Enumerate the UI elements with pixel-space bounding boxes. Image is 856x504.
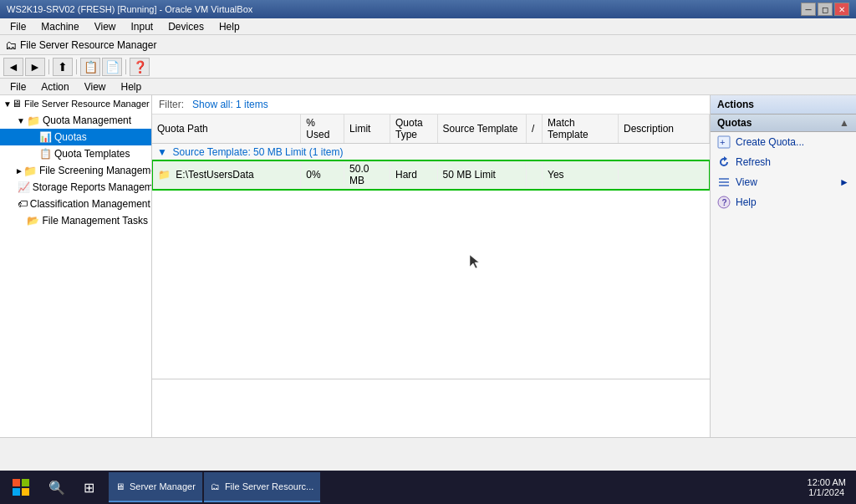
menu-view[interactable]: View	[88, 19, 123, 34]
inner-menu-view[interactable]: View	[78, 79, 113, 94]
storage-reports-icon: 📈	[18, 181, 30, 194]
taskbar-apps: 🖥 Server Manager 🗂 File Server Resourc..…	[105, 472, 797, 502]
taskbar-app-server-manager[interactable]: 🖥 Server Manager	[109, 472, 202, 502]
quota-templates-icon: 📋	[38, 147, 52, 160]
actions-header-label: Actions	[717, 99, 754, 110]
cell-quota-path: 📁 E:\TestUsersData	[152, 160, 301, 190]
minimize-button[interactable]: ─	[801, 3, 816, 16]
group-label: Source Template: 50 MB Limit (1 item)	[173, 146, 344, 158]
col-header-quota-path[interactable]: Quota Path	[152, 115, 301, 144]
back-button[interactable]: ◄	[3, 58, 23, 76]
col-header-description[interactable]: Description	[618, 115, 709, 144]
svg-rect-9	[22, 479, 29, 486]
sidebar-item-quota-management[interactable]: ▼ 📁 Quota Management	[0, 112, 151, 129]
menu-devices[interactable]: Devices	[161, 19, 211, 34]
taskbar-search-button[interactable]: 🔍	[42, 471, 72, 504]
taskbar-date: 1/1/2024	[808, 487, 846, 497]
up-button[interactable]: ⬆	[53, 58, 73, 76]
sidebar-item-file-screening[interactable]: ► 📁 File Screening Management	[0, 162, 151, 179]
menu-help[interactable]: Help	[212, 19, 247, 34]
group-row: ▼ Source Template: 50 MB Limit (1 item)	[152, 144, 710, 161]
col-header-source-template-label: Source Template	[443, 123, 518, 135]
taskbar-task-view[interactable]: ⊞	[72, 471, 105, 504]
window-title: WS2K19-SRV02 (FRESH) [Running] - Oracle …	[7, 4, 252, 14]
toolbar-sep-2	[76, 59, 77, 74]
sidebar-item-storage-reports[interactable]: 📈 Storage Reports Management	[0, 179, 151, 196]
detail-panel	[152, 379, 710, 437]
action-create-quota[interactable]: + Create Quota...	[711, 132, 856, 152]
action-help[interactable]: ? Help	[711, 192, 856, 212]
sidebar-file-management-label: File Management Tasks	[42, 215, 148, 227]
cell-pct-used: 0%	[301, 160, 344, 190]
action-refresh[interactable]: Refresh	[711, 152, 856, 172]
sidebar-item-file-management[interactable]: 📂 File Management Tasks	[0, 212, 151, 229]
svg-rect-8	[13, 479, 20, 486]
properties-button[interactable]: 📄	[102, 58, 122, 76]
show-hide-tree[interactable]: 📋	[80, 58, 100, 76]
col-header-quota-type[interactable]: Quota Type	[390, 115, 437, 144]
svg-marker-0	[470, 255, 479, 268]
match-template-value: Yes	[548, 169, 564, 181]
view-icon	[717, 176, 731, 189]
help-toolbar-button[interactable]: ❓	[130, 58, 150, 76]
cell-limit: 50.0 MB	[344, 160, 390, 190]
server-manager-label: Server Manager	[130, 481, 196, 491]
svg-rect-3	[719, 178, 729, 180]
quotas-icon: 📊	[38, 130, 52, 144]
fsrm-icon: 🗂	[211, 481, 220, 491]
action-view[interactable]: View ►	[711, 172, 856, 192]
inner-menu-action[interactable]: Action	[34, 79, 75, 94]
col-header-match-template[interactable]: Match Template	[543, 115, 619, 144]
menu-input[interactable]: Input	[125, 19, 160, 34]
start-button[interactable]	[0, 471, 42, 504]
sidebar-item-quota-templates[interactable]: 📋 Quota Templates	[0, 145, 151, 162]
col-header-source-template[interactable]: Source Template	[437, 115, 526, 144]
col-header-pct-used-label: % Used	[306, 117, 329, 140]
pct-used-value: 0%	[306, 169, 320, 181]
quota-mgmt-expand-icon[interactable]: ▼	[15, 116, 27, 125]
quotas-expand-icon	[27, 133, 38, 142]
sidebar-root[interactable]: ▼ 🖥 File Server Resource Manager (Local)	[0, 95, 151, 112]
taskbar-clock: 12:00 AM 1/1/2024	[797, 477, 856, 497]
inner-menu-bar: File Action View Help	[0, 79, 856, 95]
col-header-sort-indicator[interactable]: /	[526, 115, 542, 144]
sidebar-item-quotas[interactable]: 📊 Quotas	[0, 129, 151, 145]
inner-menu-file[interactable]: File	[3, 79, 33, 94]
outer-menu-bar: File Machine View Input Devices Help	[0, 18, 856, 35]
root-expand-icon[interactable]: ▼	[3, 99, 12, 109]
classification-icon: 🏷	[18, 197, 28, 211]
group-row-cell: ▼ Source Template: 50 MB Limit (1 item)	[152, 144, 710, 161]
close-button[interactable]: ✕	[834, 3, 849, 16]
inner-menu-help[interactable]: Help	[115, 79, 149, 94]
sidebar-item-classification[interactable]: 🏷 Classification Management	[0, 196, 151, 212]
col-header-pct-used[interactable]: % Used	[301, 115, 344, 144]
sidebar: ▼ 🖥 File Server Resource Manager (Local)…	[0, 95, 152, 437]
group-expand-icon[interactable]: ▼	[157, 146, 167, 158]
refresh-label: Refresh	[736, 156, 771, 168]
view-arrow-icon: ►	[839, 176, 849, 188]
main-layout: ▼ 🖥 File Server Resource Manager (Local)…	[0, 95, 856, 437]
restore-button[interactable]: ◻	[818, 3, 833, 16]
window-controls: ─ ◻ ✕	[801, 3, 849, 16]
taskbar-app-fsrm[interactable]: 🗂 File Server Resourc...	[204, 472, 320, 502]
file-management-expand-icon	[15, 216, 27, 226]
actions-panel: Actions Quotas ▲ + Create Quota... Refre…	[710, 95, 856, 437]
file-management-icon: 📂	[27, 214, 40, 227]
file-screening-expand-icon[interactable]: ►	[15, 166, 23, 176]
app-title-bar: 🗂 File Server Resource Manager	[0, 35, 856, 55]
col-header-limit[interactable]: Limit	[344, 115, 390, 144]
quota-templates-expand-icon	[27, 150, 38, 159]
col-header-limit-label: Limit	[349, 123, 370, 135]
menu-machine[interactable]: Machine	[34, 19, 85, 34]
toolbar-sep-3	[125, 59, 126, 74]
create-quota-icon: +	[717, 135, 731, 149]
title-bar: WS2K19-SRV02 (FRESH) [Running] - Oracle …	[0, 0, 856, 18]
app-icon: 🗂	[5, 38, 17, 52]
menu-file[interactable]: File	[3, 19, 33, 34]
app-title: File Server Resource Manager	[20, 39, 156, 51]
filter-value[interactable]: Show all: 1 items	[192, 99, 268, 110]
forward-button[interactable]: ►	[25, 58, 45, 76]
status-bar	[0, 437, 856, 471]
table-row[interactable]: 📁 E:\TestUsersData 0% 50.0 MB Hard	[152, 160, 710, 190]
actions-collapse-icon[interactable]: ▲	[839, 117, 849, 129]
